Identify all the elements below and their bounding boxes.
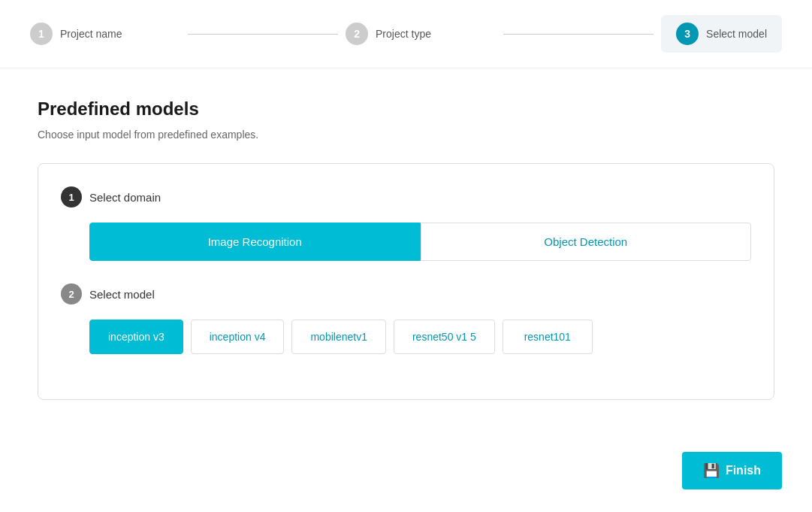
finish-button[interactable]: 💾 Finish: [682, 452, 782, 489]
model-section-circle: 2: [61, 283, 82, 304]
model-section-title: Select model: [89, 288, 155, 301]
model-btn-resnet50-v1-5[interactable]: resnet50 v1 5: [394, 320, 495, 354]
page-title: Predefined models: [38, 98, 774, 120]
model-card: 1 Select domain Image Recognition Object…: [38, 163, 774, 400]
domain-btn-image-recognition[interactable]: Image Recognition: [89, 223, 421, 261]
save-icon: 💾: [703, 462, 720, 479]
domain-section-header: 1 Select domain: [61, 186, 751, 208]
step-2-label: Project type: [376, 28, 431, 40]
domain-buttons: Image Recognition Object Detection: [89, 223, 751, 261]
domain-btn-object-detection[interactable]: Object Detection: [421, 223, 752, 261]
step-1-label: Project name: [60, 28, 122, 40]
model-buttons: inception v3 inception v4 mobilenetv1 re…: [89, 320, 751, 354]
step-2-circle: 2: [346, 23, 368, 45]
domain-section: 1 Select domain Image Recognition Object…: [61, 186, 751, 261]
model-section-header: 2 Select model: [61, 283, 751, 304]
stepper: 1 Project name 2 Project type 3 Select m…: [0, 0, 812, 68]
step-3: 3 Select model: [661, 15, 782, 53]
step-line-2: [503, 34, 654, 35]
step-1-circle: 1: [30, 23, 53, 45]
step-line-1: [188, 34, 338, 35]
step-1: 1 Project name: [30, 23, 180, 45]
step-3-circle: 3: [676, 23, 699, 45]
main-content: Predefined models Choose input model fro…: [0, 68, 812, 430]
model-btn-resnet101[interactable]: resnet101: [503, 320, 593, 354]
step-2: 2 Project type: [346, 23, 496, 45]
model-section: 2 Select model inception v3 inception v4…: [61, 283, 751, 354]
step-3-label: Select model: [706, 28, 767, 40]
page-subtitle: Choose input model from predefined examp…: [38, 129, 774, 141]
model-btn-inception-v4[interactable]: inception v4: [191, 320, 285, 354]
domain-section-title: Select domain: [89, 191, 161, 204]
model-btn-inception-v3[interactable]: inception v3: [89, 320, 183, 354]
footer: 💾 Finish: [682, 452, 782, 489]
finish-label: Finish: [726, 464, 761, 477]
domain-section-circle: 1: [61, 186, 82, 208]
model-btn-mobilenetv1[interactable]: mobilenetv1: [291, 320, 386, 354]
